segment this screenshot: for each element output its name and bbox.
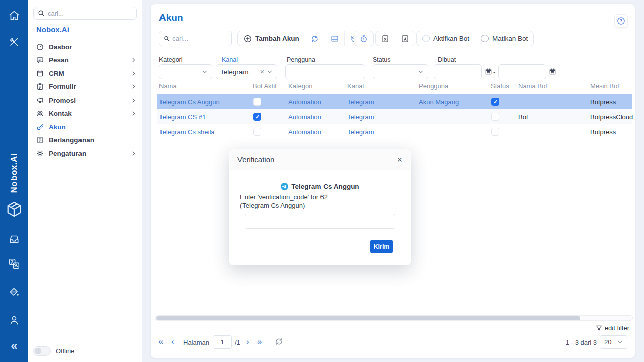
table-row[interactable]: Telegram CS #1 Automation Telegram Bot B… (157, 109, 632, 124)
status-checkbox[interactable] (491, 128, 499, 136)
left-rail: Nobox.Ai « (0, 0, 28, 362)
table-row[interactable]: Telegram Cs Anggun Automation Telegram A… (157, 94, 632, 109)
history-button[interactable] (354, 31, 373, 46)
sidebar-brand-title: Nobox.Ai (36, 25, 69, 34)
bot-aktif-checkbox[interactable] (253, 98, 261, 106)
sidebar-item-dasbor[interactable]: Dasbor (28, 40, 142, 54)
header-status[interactable]: Status (491, 82, 509, 90)
help-button[interactable] (614, 14, 628, 28)
toolbar-action-group: Tambah Akun (237, 31, 364, 46)
header-nama[interactable]: Nama (159, 82, 177, 90)
modal-title: Verification (237, 155, 274, 164)
sidebar-item-pesan[interactable]: Pesan (28, 54, 142, 67)
table-columns-button[interactable] (325, 31, 344, 46)
sidebar-item-formulir[interactable]: Formulir (28, 80, 142, 94)
refresh-icon (275, 337, 283, 346)
header-kanal[interactable]: Kanal (347, 82, 364, 90)
page-size-select[interactable]: 20 (600, 335, 627, 349)
header-nama-bot[interactable]: Nama Bot (518, 82, 547, 90)
header-mesin-bot[interactable]: Mesin Bot (590, 82, 619, 90)
status-checkbox[interactable] (491, 113, 499, 121)
file-excel-icon (381, 35, 389, 43)
filter-status-select[interactable] (373, 64, 428, 79)
chevron-down-icon (202, 69, 208, 75)
gear-icon (36, 150, 44, 157)
horizontal-scrollbar[interactable] (155, 315, 633, 321)
modal-header: Verification × (229, 149, 411, 170)
export-excel-button[interactable] (376, 31, 395, 46)
page-title: Akun (159, 12, 183, 23)
paint-icon[interactable] (8, 286, 20, 298)
header-bot-aktif[interactable]: Bot Aktif (253, 82, 277, 90)
chevron-right-icon (131, 111, 136, 116)
export-pdf-button[interactable] (395, 31, 415, 46)
collapse-icon[interactable]: « (11, 340, 17, 352)
toolbar-history-group (354, 31, 374, 46)
sidebar-item-promosi[interactable]: Promosi (28, 94, 142, 107)
bot-aktif-checkbox[interactable] (253, 128, 261, 136)
radio-aktifkan-bot[interactable]: Aktifkan Bot (417, 31, 475, 46)
add-account-button[interactable]: Tambah Akun (238, 31, 305, 46)
scrollbar-thumb[interactable] (156, 316, 580, 320)
refresh-button[interactable] (305, 31, 325, 46)
radio-icon (481, 35, 489, 42)
table-header-row: Nama Bot Aktif Kategori Kanal Pengguna S… (157, 80, 632, 94)
clear-icon[interactable]: × (260, 68, 264, 76)
inbox-icon[interactable] (8, 233, 20, 245)
radio-matikan-bot[interactable]: Matikan Bot (475, 31, 533, 46)
filter-kanal-label: Kanal (222, 56, 238, 63)
edit-filter-button[interactable]: edit filter (596, 324, 629, 332)
people-icon (36, 110, 44, 117)
close-icon[interactable]: × (397, 155, 403, 164)
chevron-down-icon (418, 69, 424, 75)
page-number-input[interactable] (213, 335, 232, 349)
next-page-button[interactable]: › (246, 336, 249, 347)
calendar-icon (36, 70, 44, 77)
submit-button[interactable]: Kirim (370, 240, 393, 253)
reload-table-button[interactable] (275, 337, 283, 346)
filter-date-from-input[interactable] (434, 64, 482, 79)
bot-aktif-checkbox[interactable] (253, 113, 261, 121)
filter-kategori-select[interactable] (159, 64, 212, 79)
date-range-separator: - (493, 68, 495, 76)
sidebar-item-akun[interactable]: Akun (28, 120, 142, 134)
sidebar-item-berlangganan[interactable]: Berlangganan (28, 134, 142, 147)
filter-date-to-input[interactable] (498, 64, 546, 79)
translate-icon[interactable] (8, 258, 20, 270)
sidebar-search[interactable] (33, 7, 137, 20)
telegram-icon (281, 183, 288, 190)
sidebar-search-input[interactable] (48, 10, 132, 17)
sidebar-item-pengaturan[interactable]: Pengaturan (28, 147, 142, 160)
filter-pengguna-input[interactable] (285, 64, 365, 79)
status-checkbox[interactable] (491, 98, 499, 106)
clock-icon (360, 35, 368, 43)
calendar-icon[interactable] (485, 68, 492, 75)
calendar-icon[interactable] (549, 68, 556, 75)
last-page-button[interactable]: » (257, 336, 262, 347)
package-icon[interactable] (5, 200, 23, 218)
header-pengguna[interactable]: Pengguna (419, 82, 448, 90)
filter-status-label: Status (373, 56, 390, 63)
sidebar-item-kontak[interactable]: Kontak (28, 107, 142, 121)
home-icon[interactable] (8, 10, 20, 22)
prev-page-button[interactable]: ‹ (171, 336, 174, 347)
page-label: Halaman (183, 339, 209, 346)
verification-code-input[interactable] (245, 214, 395, 229)
user-icon[interactable] (8, 314, 20, 326)
search-icon (164, 35, 169, 42)
chevron-right-icon (131, 151, 136, 156)
first-page-button[interactable]: « (158, 336, 163, 347)
sidebar-item-crm[interactable]: CRM (28, 67, 142, 80)
funnel-icon (596, 325, 602, 331)
table-search-input[interactable] (172, 35, 227, 42)
tools-icon[interactable] (8, 36, 20, 48)
table-search[interactable] (159, 31, 232, 46)
header-kategori[interactable]: Kategori (288, 82, 312, 90)
sidebar-menu: Dasbor Pesan CRM Formulir Promosi Kontak (28, 40, 142, 160)
plus-circle-icon (244, 35, 252, 43)
table-row[interactable]: Telegram Cs sheila Automation Telegram B… (157, 124, 632, 139)
chevron-right-icon (131, 71, 136, 76)
filter-kanal-select[interactable]: Telegram × (216, 64, 277, 79)
chevron-down-icon (617, 339, 623, 345)
offline-toggle[interactable] (33, 346, 51, 356)
